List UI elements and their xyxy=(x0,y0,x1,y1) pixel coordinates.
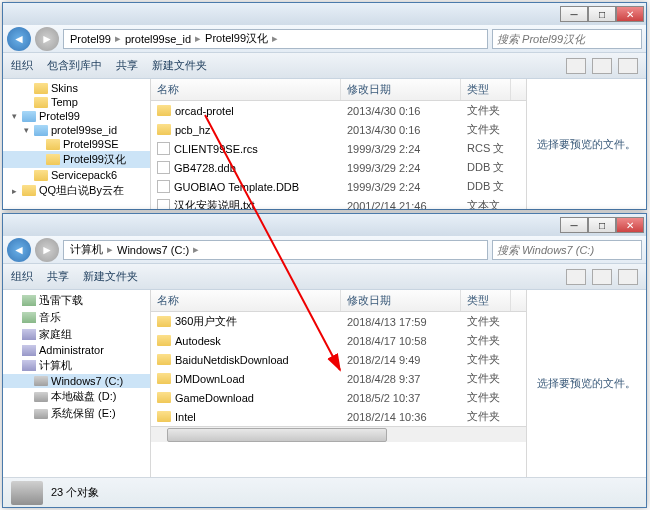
file-row[interactable]: Intel2018/2/14 10:36文件夹 xyxy=(151,407,526,426)
col-type[interactable]: 类型 xyxy=(461,290,511,311)
tree-item[interactable]: 系统保留 (E:) xyxy=(3,405,150,422)
file-date: 2001/2/14 21:46 xyxy=(341,199,461,210)
folder-icon xyxy=(157,411,171,422)
file-name: GameDownload xyxy=(175,392,254,404)
maximize-button[interactable]: □ xyxy=(588,217,616,233)
hscrollbar[interactable] xyxy=(151,426,526,442)
nav-tree[interactable]: SkinsTemp▾Protel99▾protel99se_idProtel99… xyxy=(3,79,151,209)
maximize-button[interactable]: □ xyxy=(588,6,616,22)
close-button[interactable]: ✕ xyxy=(616,217,644,233)
tree-item[interactable]: Protel99SE xyxy=(3,137,150,151)
column-header[interactable]: 名称 修改日期 类型 xyxy=(151,79,526,101)
help-button[interactable] xyxy=(618,269,638,285)
statusbar: 23 个对象 xyxy=(3,477,646,507)
navbar: ◄ ► 计算机▸Windows7 (C:)▸ xyxy=(3,236,646,264)
view-button[interactable] xyxy=(566,58,586,74)
tree-item[interactable]: Administrator xyxy=(3,343,150,357)
share-menu[interactable]: 共享 xyxy=(47,269,69,284)
include-menu[interactable]: 包含到库中 xyxy=(47,58,102,73)
crumb[interactable]: Protel99汉化 xyxy=(203,31,270,46)
file-row[interactable]: Autodesk2018/4/17 10:58文件夹 xyxy=(151,331,526,350)
file-row[interactable]: pcb_hz2013/4/30 0:16文件夹 xyxy=(151,120,526,139)
search-box[interactable] xyxy=(492,29,642,49)
tree-item[interactable]: ▾Protel99 xyxy=(3,109,150,123)
special-icon xyxy=(22,360,36,371)
back-button[interactable]: ◄ xyxy=(7,238,31,262)
expand-icon[interactable]: ▾ xyxy=(10,111,19,121)
search-input[interactable] xyxy=(497,244,637,256)
file-date: 2013/4/30 0:16 xyxy=(341,104,461,118)
col-date[interactable]: 修改日期 xyxy=(341,79,461,100)
preview-pane: 选择要预览的文件。 xyxy=(526,79,646,209)
file-name: pcb_hz xyxy=(175,124,210,136)
breadcrumb[interactable]: Protel99▸protel99se_id▸Protel99汉化▸ xyxy=(63,29,488,49)
close-button[interactable]: ✕ xyxy=(616,6,644,22)
tree-item[interactable]: Skins xyxy=(3,81,150,95)
tree-item[interactable]: Protel99汉化 xyxy=(3,151,150,168)
newfolder-button[interactable]: 新建文件夹 xyxy=(83,269,138,284)
crumb[interactable]: Windows7 (C:) xyxy=(115,244,191,256)
col-name[interactable]: 名称 xyxy=(151,290,341,311)
share-menu[interactable]: 共享 xyxy=(116,58,138,73)
minimize-button[interactable]: ─ xyxy=(560,217,588,233)
tree-item[interactable]: 家庭组 xyxy=(3,326,150,343)
expand-icon[interactable]: ▸ xyxy=(10,186,19,196)
file-name: DMDownLoad xyxy=(175,373,245,385)
nav-tree[interactable]: 迅雷下载音乐家庭组Administrator计算机Windows7 (C:)本地… xyxy=(3,290,151,477)
search-box[interactable] xyxy=(492,240,642,260)
file-list[interactable]: 名称 修改日期 类型 360用户文件2018/4/13 17:59文件夹Auto… xyxy=(151,290,526,477)
file-row[interactable]: BaiduNetdiskDownload2018/2/14 9:49文件夹 xyxy=(151,350,526,369)
tree-item[interactable]: 音乐 xyxy=(3,309,150,326)
folder-icon xyxy=(46,154,60,165)
file-row[interactable]: GB4728.ddb1999/3/29 2:24DDB 文 xyxy=(151,158,526,177)
file-row[interactable]: CLIENT99SE.rcs1999/3/29 2:24RCS 文 xyxy=(151,139,526,158)
col-type[interactable]: 类型 xyxy=(461,79,511,100)
organize-menu[interactable]: 组织 xyxy=(11,58,33,73)
tree-item[interactable]: 计算机 xyxy=(3,357,150,374)
minimize-button[interactable]: ─ xyxy=(560,6,588,22)
breadcrumb[interactable]: 计算机▸Windows7 (C:)▸ xyxy=(63,240,488,260)
file-date: 2018/2/14 10:36 xyxy=(341,410,461,424)
crumb[interactable]: Protel99 xyxy=(68,33,113,45)
search-input[interactable] xyxy=(497,33,637,45)
tree-item[interactable]: Temp xyxy=(3,95,150,109)
newfolder-button[interactable]: 新建文件夹 xyxy=(152,58,207,73)
file-row[interactable]: DMDownLoad2018/4/28 9:37文件夹 xyxy=(151,369,526,388)
titlebar[interactable]: ─ □ ✕ xyxy=(3,214,646,236)
file-type: RCS 文 xyxy=(461,140,511,157)
forward-button[interactable]: ► xyxy=(35,27,59,51)
folder-open-icon xyxy=(34,125,48,136)
view-button[interactable] xyxy=(566,269,586,285)
crumb[interactable]: protel99se_id xyxy=(123,33,193,45)
file-row[interactable]: orcad-protel2013/4/30 0:16文件夹 xyxy=(151,101,526,120)
file-row[interactable]: GUOBIAO Template.DDB1999/3/29 2:24DDB 文 xyxy=(151,177,526,196)
folder-icon xyxy=(34,170,48,181)
col-name[interactable]: 名称 xyxy=(151,79,341,100)
file-list[interactable]: 名称 修改日期 类型 orcad-protel2013/4/30 0:16文件夹… xyxy=(151,79,526,209)
titlebar[interactable]: ─ □ ✕ xyxy=(3,3,646,25)
file-row[interactable]: GameDownload2018/5/2 10:37文件夹 xyxy=(151,388,526,407)
crumb[interactable]: 计算机 xyxy=(68,242,105,257)
tree-item[interactable]: Windows7 (C:) xyxy=(3,374,150,388)
tree-item[interactable]: 迅雷下载 xyxy=(3,292,150,309)
forward-button[interactable]: ► xyxy=(35,238,59,262)
file-date: 1999/3/29 2:24 xyxy=(341,180,461,194)
expand-icon[interactable]: ▾ xyxy=(22,125,31,135)
folder-icon xyxy=(22,185,36,196)
preview-button[interactable] xyxy=(592,58,612,74)
tree-item[interactable]: ▾protel99se_id xyxy=(3,123,150,137)
file-row[interactable]: 汉化安装说明.txt2001/2/14 21:46文本文 xyxy=(151,196,526,209)
organize-menu[interactable]: 组织 xyxy=(11,269,33,284)
tree-item[interactable]: ▸QQ坦白说By云在 xyxy=(3,182,150,199)
tree-label: 家庭组 xyxy=(39,327,72,342)
file-type: 文件夹 xyxy=(461,313,511,330)
back-button[interactable]: ◄ xyxy=(7,27,31,51)
tree-item[interactable]: Servicepack6 xyxy=(3,168,150,182)
help-button[interactable] xyxy=(618,58,638,74)
column-header[interactable]: 名称 修改日期 类型 xyxy=(151,290,526,312)
file-date: 2018/2/14 9:49 xyxy=(341,353,461,367)
file-row[interactable]: 360用户文件2018/4/13 17:59文件夹 xyxy=(151,312,526,331)
tree-item[interactable]: 本地磁盘 (D:) xyxy=(3,388,150,405)
col-date[interactable]: 修改日期 xyxy=(341,290,461,311)
preview-button[interactable] xyxy=(592,269,612,285)
